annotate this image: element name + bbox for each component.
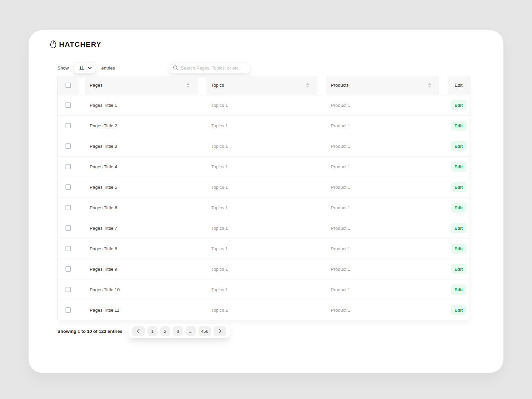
edit-button[interactable]: Edit [451,203,467,213]
column-label: Topics [211,83,224,88]
brand-logo: HATCHERY [50,40,503,49]
edit-button[interactable]: Edit [451,264,467,274]
column-header-topics[interactable]: Topics [207,76,317,95]
topic-cell: Topics 1 [211,205,228,210]
pagination-page-button[interactable]: 2 [160,326,170,336]
column-header-pages[interactable]: Pages [85,76,198,95]
edit-button[interactable]: Edit [451,243,467,254]
row-checkbox[interactable] [65,123,71,128]
product-cell: Product 1 [331,287,350,292]
topic-cell: Topics 1 [211,185,228,190]
page-title-cell: Pages Tittle 4 [90,164,117,169]
column-label: Edit [455,83,462,88]
edit-button[interactable]: Edit [451,100,467,110]
product-cell: Product 1 [331,185,350,190]
page-title-cell: Pages Tittle 9 [90,267,117,272]
page-title-cell: Pages Tittle 7 [90,226,117,231]
topic-cell: Topics 1 [211,144,228,149]
table-row: Pages Tittle 7 Topics 1 Product 1 Edit [58,218,470,238]
table-header: Pages Topics Products Edit [58,76,470,95]
pagination: 123...456 [129,324,230,338]
page-title-cell: Pages Tittle 5 [90,185,117,190]
edit-button[interactable]: Edit [451,284,467,295]
show-label: Show [57,65,69,71]
table-row: Pages Tittle 8 Topics 1 Product 1 Edit [58,238,470,259]
row-checkbox[interactable] [65,143,71,149]
row-checkbox[interactable] [65,164,71,169]
row-checkbox[interactable] [65,225,71,231]
table-row: Pages Tittle 5 Topics 1 Product 1 Edit [58,177,470,197]
product-cell: Product 1 [331,103,350,108]
search-box [169,62,251,74]
row-checkbox[interactable] [65,246,71,251]
topic-cell: Topics 1 [211,267,228,272]
sort-icon [306,83,309,88]
select-all-checkbox[interactable] [65,83,71,88]
table-row: Pages Tittle 11 Topics 1 Product 1 Edit [58,300,470,320]
product-cell: Product 1 [331,144,350,149]
product-cell: Product 1 [331,308,350,313]
row-checkbox[interactable] [65,307,71,313]
sort-icon [428,83,431,88]
page-title-cell: Pages Tittle 1 [90,103,117,108]
product-cell: Product 1 [331,123,350,128]
magnifier-icon [173,65,178,71]
column-label: Products [331,83,349,88]
product-cell: Product 1 [331,267,350,272]
column-header-products[interactable]: Products [326,76,439,95]
page-title-cell: Pages Tittle 6 [90,205,117,210]
pagination-ellipsis[interactable]: ... [186,326,196,336]
table-row: Pages Tittle 9 Topics 1 Product 1 Edit [58,259,470,279]
edit-button[interactable]: Edit [451,121,467,131]
topic-cell: Topics 1 [211,164,228,169]
table-body: Pages Tittle 1 Topics 1 Product 1 Edit P… [58,95,470,320]
topic-cell: Topics 1 [211,246,228,251]
topic-cell: Topics 1 [211,308,228,313]
edit-button[interactable]: Edit [451,223,467,233]
product-cell: Product 1 [331,226,350,231]
edit-button[interactable]: Edit [451,182,467,192]
chevron-down-icon [88,67,92,69]
product-cell: Product 1 [331,164,350,169]
pagination-next-button[interactable] [214,326,226,336]
pagination-prev-button[interactable] [132,326,145,336]
column-header-edit: Edit [448,76,470,95]
chevron-left-icon [137,329,140,334]
column-label: Pages [90,83,102,88]
table-footer: Showing 1 to 10 of 123 entries 123...456 [57,324,503,338]
topic-cell: Topics 1 [211,103,228,108]
egg-icon [50,40,56,48]
row-checkbox[interactable] [65,184,71,190]
page-title-cell: Pages Tittle 11 [90,308,119,313]
pagination-page-button[interactable]: 456 [198,326,211,336]
edit-button[interactable]: Edit [451,141,467,151]
topic-cell: Topics 1 [211,123,228,128]
entries-per-page-value: 11 [79,65,84,71]
pagination-page-button[interactable]: 1 [147,326,158,336]
table-row: Pages Tittle 2 Topics 1 Product 1 Edit [58,115,470,136]
pagination-page-button[interactable]: 3 [173,326,183,336]
entries-per-page-select[interactable]: 11 [74,62,96,74]
table-controls: Show 11 entries [57,62,503,74]
sort-icon [186,83,190,88]
product-cell: Product 1 [331,246,350,251]
main-card: HATCHERY Show 11 entries Pages [29,30,503,373]
data-table: Pages Topics Products Edit Pages [57,76,470,320]
table-row: Pages Tittle 3 Topics 1 Product 1 Edit [58,136,470,156]
desktop-background: { "brand": { "name": "HATCHERY", "logo_i… [0,0,532,399]
search-input[interactable] [181,65,247,71]
row-checkbox[interactable] [65,266,71,272]
table-row: Pages Tittle 6 Topics 1 Product 1 Edit [58,197,470,218]
row-checkbox[interactable] [65,205,71,210]
row-checkbox[interactable] [65,287,71,292]
row-checkbox[interactable] [65,102,71,108]
topic-cell: Topics 1 [211,226,228,231]
page-title-cell: Pages Tittle 8 [90,246,117,251]
page-title-cell: Pages Tittle 10 [90,287,120,292]
page-title-cell: Pages Tittle 2 [90,123,117,128]
entries-label: entries [101,65,115,71]
select-all-cell [58,76,79,95]
edit-button[interactable]: Edit [451,162,467,172]
product-cell: Product 1 [331,205,350,210]
edit-button[interactable]: Edit [451,305,467,315]
